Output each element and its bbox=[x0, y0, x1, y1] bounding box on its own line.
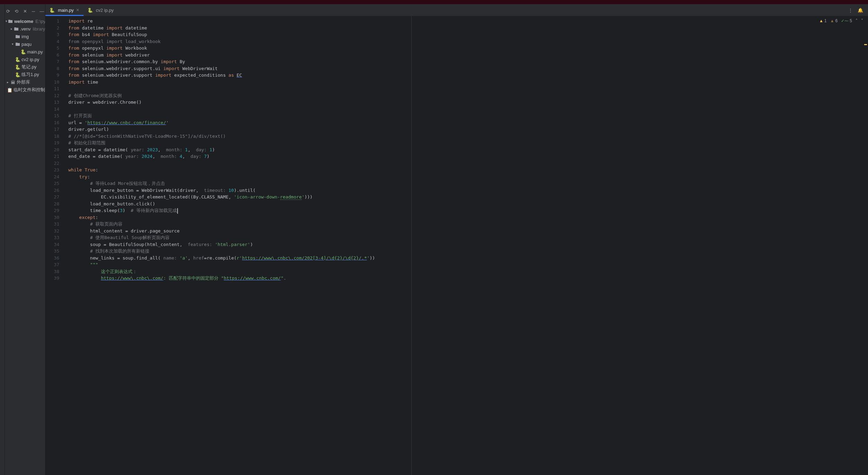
tree-item-label: 临时文件和控制 bbox=[14, 87, 45, 93]
tree-scratches[interactable]: 📋 临时文件和控制 bbox=[5, 86, 45, 94]
tree-item-label: .venv bbox=[20, 26, 31, 32]
tab-label: main.py bbox=[58, 8, 74, 13]
close-icon[interactable]: ✕ bbox=[76, 8, 79, 12]
tree-paqu[interactable]: ▾ paqu bbox=[5, 40, 45, 48]
typo-count: 5 bbox=[850, 18, 852, 23]
warning-badge[interactable]: ▲ 1 bbox=[819, 18, 827, 23]
weak-warning-count: 6 bbox=[835, 18, 838, 23]
warning-icon: ▲ bbox=[819, 18, 823, 23]
tree-root[interactable]: ▾ welcome E:\py bbox=[5, 17, 45, 25]
tree-item-label: main.py bbox=[27, 49, 43, 54]
line-number-gutter: 1234567891011121314151617181920212223242… bbox=[45, 16, 66, 475]
tool-window-stripe[interactable] bbox=[0, 4, 5, 475]
tree-main-py[interactable]: 🐍 main.py bbox=[5, 48, 45, 56]
chevron-spacer bbox=[10, 57, 15, 61]
sync-icon[interactable]: ⟳ bbox=[6, 8, 10, 14]
python-file-icon: 🐍 bbox=[15, 57, 20, 62]
chevron-spacer bbox=[6, 88, 7, 92]
close-icon[interactable]: ✕ bbox=[23, 8, 27, 14]
inspection-widget[interactable]: ▲ 1 ▲ 6 ✓⁓ 5 ˄ ˅ bbox=[819, 18, 863, 23]
tree-hint: library bbox=[33, 26, 45, 32]
more-icon[interactable]: ⋮ bbox=[848, 8, 853, 13]
refresh-icon[interactable]: ⟲ bbox=[14, 8, 19, 14]
tree-item-label: 外部库 bbox=[17, 79, 30, 85]
editor-area: 🐍 main.py ✕ 🐍 cv2 ip.py ⋮ 🔔 123456789101… bbox=[45, 4, 868, 475]
tree-item-label: cv2 ip.py bbox=[22, 57, 39, 62]
chevron-spacer bbox=[10, 73, 15, 77]
code-content[interactable]: import refrom datetime import datetimefr… bbox=[66, 16, 868, 475]
folder-icon bbox=[14, 26, 19, 31]
tree-external-libs[interactable]: ▸ 🏛 外部库 bbox=[5, 78, 45, 86]
folder-icon bbox=[15, 42, 20, 46]
warning-count: 1 bbox=[824, 18, 827, 23]
tree-practice[interactable]: 🐍 练习1.py bbox=[5, 71, 45, 78]
project-root-label: welcome bbox=[14, 19, 33, 24]
weak-warning-icon: ▲ bbox=[830, 18, 834, 23]
tree-item-label: img bbox=[22, 34, 29, 39]
tree-item-label: paqu bbox=[22, 42, 32, 47]
library-icon: 🏛 bbox=[10, 80, 15, 85]
tab-cv2-ip[interactable]: 🐍 cv2 ip.py bbox=[84, 4, 118, 16]
chevron-spacer bbox=[16, 50, 20, 54]
chevron-spacer bbox=[10, 34, 15, 39]
scratch-icon: 📋 bbox=[7, 87, 12, 92]
tree-venv[interactable]: ▸ .venv library bbox=[5, 25, 45, 33]
chevron-right-icon[interactable]: ▸ bbox=[10, 27, 13, 31]
editor-tab-bar: 🐍 main.py ✕ 🐍 cv2 ip.py ⋮ 🔔 bbox=[45, 4, 868, 16]
weak-warning-badge[interactable]: ▲ 6 bbox=[830, 18, 838, 23]
tree-item-label: 练习1.py bbox=[22, 71, 39, 78]
folder-icon bbox=[8, 19, 13, 24]
python-file-icon: 🐍 bbox=[21, 49, 26, 54]
notifications-icon[interactable]: 🔔 bbox=[858, 8, 863, 13]
tree-img[interactable]: img bbox=[5, 33, 45, 40]
sidebar-toolbar: ⟳ ⟲ ✕ ─ — bbox=[5, 6, 45, 17]
chevron-down-icon[interactable]: ˅ bbox=[861, 18, 863, 23]
code-editor[interactable]: 1234567891011121314151617181920212223242… bbox=[45, 16, 868, 475]
chevron-right-icon[interactable]: ▸ bbox=[6, 80, 10, 84]
tree-item-label: 笔记.py bbox=[22, 64, 36, 70]
minimap-marker[interactable] bbox=[864, 44, 867, 45]
right-margin-line bbox=[411, 16, 412, 475]
chevron-down-icon[interactable]: ▾ bbox=[10, 42, 15, 46]
tree-cv2ip[interactable]: 🐍 cv2 ip.py bbox=[5, 56, 45, 63]
python-file-icon: 🐍 bbox=[50, 8, 54, 12]
tab-main-py[interactable]: 🐍 main.py ✕ bbox=[45, 4, 84, 16]
folder-icon bbox=[15, 34, 20, 39]
project-root-path: E:\py bbox=[35, 19, 45, 24]
python-file-icon: 🐍 bbox=[88, 8, 93, 12]
check-icon: ✓⁓ bbox=[841, 18, 849, 23]
python-file-icon: 🐍 bbox=[15, 72, 20, 77]
minimize-icon[interactable]: — bbox=[40, 8, 44, 14]
tab-label: cv2 ip.py bbox=[96, 8, 114, 13]
chevron-up-icon[interactable]: ˄ bbox=[856, 18, 858, 23]
chevron-down-icon[interactable]: ▾ bbox=[6, 19, 7, 23]
typo-badge[interactable]: ✓⁓ 5 bbox=[841, 18, 852, 23]
collapse-icon[interactable]: ─ bbox=[31, 8, 36, 14]
tree-notes[interactable]: 🐍 笔记.py bbox=[5, 63, 45, 71]
python-file-icon: 🐍 bbox=[15, 65, 20, 69]
project-tree[interactable]: ▾ welcome E:\py ▸ .venv library img ▾ pa… bbox=[5, 17, 45, 94]
project-sidebar: ⟳ ⟲ ✕ ─ — ▾ welcome E:\py ▸ .venv librar… bbox=[5, 4, 45, 475]
chevron-spacer bbox=[10, 65, 15, 69]
window-title-bar bbox=[0, 0, 868, 4]
